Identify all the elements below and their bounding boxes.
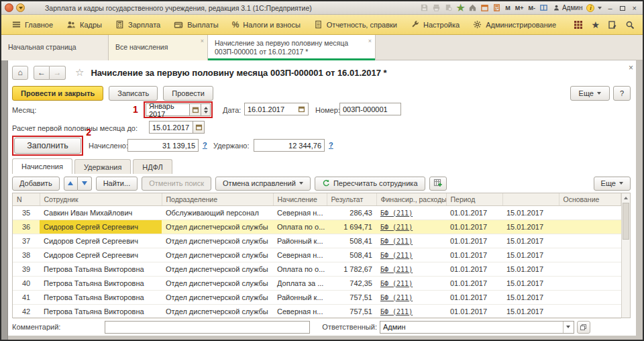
table-row[interactable]: 40Петрова Татьяна ВикторовнаОтдел диспет… [13,276,621,290]
menu-item[interactable]: Кадры [60,15,109,34]
home-button[interactable]: ⌂ [12,66,28,80]
table-row[interactable]: 41Петрова Татьяна ВикторовнаОтдел диспет… [13,290,621,304]
move-down-button[interactable] [78,177,92,191]
cell-period_end[interactable]: 15.01.2017 [502,220,559,234]
cell-period_start[interactable]: 01.01.2017 [446,290,502,304]
cell-accrual[interactable]: Доплата за ... [273,276,327,290]
cell-employee[interactable]: Савкин Иван Михайлович [40,205,162,220]
subtab[interactable]: Удержания [74,159,131,174]
cell-financing[interactable]: БФ (211) [376,290,446,304]
table-more-button[interactable]: Еще [594,177,631,191]
cell-financing[interactable]: БФ (211) [376,234,446,248]
month-stepper[interactable] [201,103,211,116]
accrued-help-link[interactable]: ? [203,141,207,149]
cell-employee[interactable]: Сидоров Сергей Сергеевич [40,220,162,234]
financing-link[interactable]: БФ (211) [380,252,413,259]
cell-accrual[interactable]: Районный к... [273,290,327,304]
menu-item[interactable]: Отчетность, справки [307,15,404,34]
cell-period_start[interactable]: 01.01.2017 [446,205,502,220]
current-user[interactable]: Админ [551,4,585,11]
cell-period_start[interactable]: 01.01.2017 [446,220,502,234]
chevron-down-icon[interactable] [563,322,574,333]
subtab[interactable]: Начисления [12,158,72,174]
tab[interactable]: Начисление за первую половину месяца 003… [208,35,376,60]
table-row[interactable]: 39Петрова Татьяна ВикторовнаОтдел диспет… [13,262,621,276]
forward-button[interactable]: → [50,66,66,80]
cell-basis[interactable] [559,290,621,304]
table-row[interactable]: 35Савкин Иван МихайловичОбслуживающий пе… [13,205,621,220]
cell-basis[interactable] [559,234,621,248]
cell-result[interactable]: 757,51 [327,304,376,318]
cell-n[interactable]: 35 [13,205,40,220]
window-menu-icon[interactable] [16,3,25,12]
maximize-button[interactable] [617,3,628,13]
chevron-down-icon[interactable] [598,7,602,9]
close-button[interactable]: × [630,3,639,13]
add-row-button[interactable]: Добавить [12,177,60,191]
cell-accrual[interactable]: Северная н... [273,248,327,262]
cell-n[interactable]: 38 [13,248,40,262]
cell-department[interactable]: Отдел диспетчерской службы [162,290,273,304]
cell-employee[interactable]: Сидоров Сергей Сергеевич [40,234,162,248]
post-button[interactable]: Провести [163,86,213,101]
cell-n[interactable]: 36 [13,220,40,234]
memory-add-button[interactable]: M+ [514,5,525,11]
column-header[interactable]: Подразделение [162,193,273,205]
all-functions-grid-icon[interactable] [574,20,583,30]
cell-employee[interactable]: Петрова Татьяна Викторовна [40,276,162,290]
cell-period_end[interactable]: 15.01.2017 [502,234,559,248]
close-icon[interactable]: × [368,38,372,44]
info-icon[interactable]: i [586,4,594,12]
cell-period_start[interactable]: 01.01.2017 [446,276,502,290]
cell-period_end[interactable]: 15.01.2017 [502,290,559,304]
cell-financing[interactable]: БФ (211) [376,304,446,318]
search-icon[interactable] [625,20,635,30]
financing-link[interactable]: БФ (211) [380,224,413,231]
cell-financing[interactable]: БФ (211) [376,220,446,234]
cell-accrual[interactable]: Северная н... [273,304,327,318]
cell-result[interactable]: 1 694,71 [327,220,376,234]
minimize-button[interactable]: – [605,3,614,13]
cell-result[interactable]: 1 782,67 [327,262,376,276]
cell-employee[interactable]: Петрова Татьяна Викторовна [40,290,162,304]
memory-subtract-button[interactable]: M- [527,5,537,11]
financing-link[interactable]: БФ (211) [380,280,413,287]
column-header[interactable] [502,193,559,205]
cell-basis[interactable] [559,220,621,234]
calendar-icon[interactable] [193,121,205,134]
column-header[interactable]: Начисление [273,193,327,205]
help-button[interactable]: ? [613,86,631,101]
withheld-help-link[interactable]: ? [329,141,333,149]
write-button[interactable]: Записать [109,86,158,101]
more-button[interactable]: Еще [570,86,610,101]
move-up-button[interactable] [64,177,78,191]
comment-input[interactable] [105,321,310,334]
table-row[interactable]: 37Сидоров Сергей СергеевичОтдел диспетче… [13,234,621,248]
table-row[interactable]: 36Сидоров Сергей СергеевичОтдел диспетче… [13,220,621,234]
cell-period_start[interactable]: 01.01.2017 [446,234,502,248]
add-favorite-icon[interactable]: ★ [455,3,466,13]
favorites-star-icon[interactable]: ★ [591,19,600,30]
cell-period_end[interactable]: 15.01.2017 [502,304,559,318]
financing-link[interactable]: БФ (211) [380,308,413,315]
tab[interactable]: Начальная страница [1,35,109,60]
table-row[interactable]: 38Сидоров Сергей СергеевичОтдел диспетче… [13,248,621,262]
cell-department[interactable]: Отдел диспетчерской службы [162,262,273,276]
calendar-icon[interactable] [190,103,201,116]
cell-accrual[interactable]: Районный к... [273,234,327,248]
cell-basis[interactable] [559,304,621,318]
financing-link[interactable]: БФ (211) [380,209,413,217]
subtab[interactable]: НДФЛ [133,159,172,174]
cell-n[interactable]: 37 [13,234,40,248]
cell-period_end[interactable]: 15.01.2017 [502,205,559,220]
memory-recall-button[interactable]: M [504,5,512,11]
cell-result[interactable]: 742,35 [327,276,376,290]
column-header[interactable]: Сотрудник [40,193,162,205]
cell-basis[interactable] [559,205,621,220]
cell-basis[interactable] [559,262,621,276]
menu-item[interactable]: Выплаты [167,15,225,34]
undo-corrections-button[interactable]: Отмена исправлений [215,177,311,191]
cell-period_end[interactable]: 15.01.2017 [502,276,559,290]
cell-result[interactable]: 508,41 [327,248,376,262]
column-header[interactable]: Период [446,193,502,205]
